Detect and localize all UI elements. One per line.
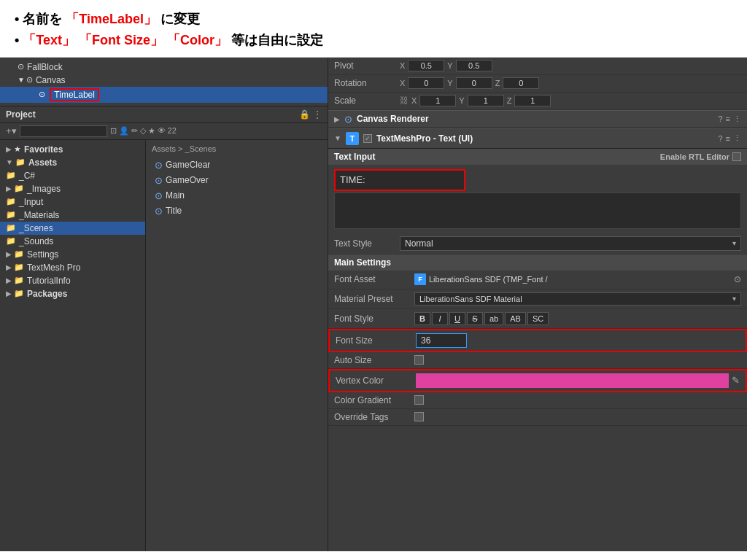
override-tags-label: Override Tags [334,412,414,422]
tmp-help-icon[interactable]: ? [718,134,722,143]
search-icon-5[interactable]: ★ [148,126,155,136]
scale-x-input[interactable] [419,95,456,106]
font-size-row: Font Size [328,329,747,352]
main-settings-label: Main Settings [334,257,391,268]
color-picker-icon[interactable]: ✎ [732,375,740,386]
canvas-settings-icon[interactable]: ≡ [726,114,730,123]
menu-icon[interactable]: ⋮ [313,109,322,120]
hierarchy-item-timelabel[interactable]: ⊙ TimeLabel [0,87,328,103]
text-style-dropdown[interactable]: Normal ▾ [400,236,741,251]
pivot-value: X Y [400,60,741,71]
text-input-area: TIME: [328,165,747,233]
left-panel: ⊙ FallBlock ▼ ⊙ Canvas ⊙ TimeLabel Proje… [0,58,328,551]
font-asset-target[interactable]: ⊙ [734,274,741,284]
fs-btn-uppercase[interactable]: AB [505,312,526,325]
tmp-arrow[interactable]: ▼ [334,134,341,142]
material-preset-dropdown[interactable]: LiberationSans SDF Material ▾ [414,292,741,306]
search-icon-4[interactable]: ◇ [140,126,146,136]
scene-item-gameover[interactable]: ⊙ GameOver [152,173,322,188]
fs-btn-underline[interactable]: U [449,312,465,325]
color-highlight: 「Color」 [167,33,228,47]
rot-z-input[interactable] [503,77,539,89]
scenes-label: _Scenes [19,223,53,233]
tree-item-assets[interactable]: ▼ 📁 Assets [0,156,145,169]
auto-size-checkbox[interactable] [414,355,424,365]
scene-item-main[interactable]: ⊙ Main [152,188,322,203]
tree-item-textmesh[interactable]: ▶ 📁 TextMesh Pro [0,261,145,274]
tmp-menu-icon[interactable]: ⋮ [733,133,741,143]
override-tags-checkbox[interactable] [414,412,424,421]
annotation-line-1: • 名前を 「TimeLabel」 に変更 [15,9,732,30]
pivot-y-input[interactable] [456,60,492,71]
scale-y-input[interactable] [468,95,504,106]
hierarchy-item-fallblock[interactable]: ⊙ FallBlock [0,61,328,74]
tree-item-tutorialinfo[interactable]: ▶ 📁 TutorialInfo [0,274,145,287]
assets-label: Assets [28,158,57,168]
scene-item-title[interactable]: ⊙ Title [152,203,322,219]
tree-item-images[interactable]: ▶ 📁 _Images [0,182,145,195]
main-settings-header: Main Settings [328,254,747,271]
canvas-menu-icon[interactable]: ⋮ [733,114,741,124]
tree-item-sounds[interactable]: 📁 _Sounds [0,235,145,248]
fs-btn-smallcaps[interactable]: SC [527,312,549,325]
text-input-section-header: Text Input Enable RTL Editor [328,149,747,165]
textmesh-label: TextMesh Pro [27,262,80,273]
rot-x-label: X [400,79,405,88]
text-input-label: Text Input [334,152,375,162]
gameclear-icon: ⊙ [155,160,163,171]
materials-label: _Materials [19,210,59,220]
rot-x-input[interactable] [408,77,444,89]
asset-tree: ▶ ★ Favorites ▼ 📁 Assets 📁 _C# ▶ [0,140,146,551]
tree-item-materials[interactable]: 📁 _Materials [0,209,145,222]
tmp-settings-icon[interactable]: ≡ [726,134,730,143]
fs-btn-lowercase[interactable]: ab [484,312,503,325]
fs-btn-bold[interactable]: B [414,312,430,325]
canvas-renderer-header[interactable]: ▶ ⊙ Canvas Renderer ? ≡ ⋮ [328,110,747,128]
pivot-x-input[interactable] [408,60,444,71]
tree-item-packages[interactable]: ▶ 📁 Packages [0,287,145,300]
favorites-arrow: ▶ [6,145,12,153]
project-content: ▶ ★ Favorites ▼ 📁 Assets 📁 _C# ▶ [0,140,328,551]
add-icon[interactable]: +▾ [6,125,17,136]
search-icon-1[interactable]: ⊡ [110,126,117,136]
tree-item-input[interactable]: 📁 _Input [0,195,145,209]
color-gradient-checkbox[interactable] [414,395,424,405]
font-size-input[interactable] [416,333,467,348]
visibility-icon[interactable]: 👁 [158,126,166,136]
tree-item-scenes[interactable]: 📁 _Scenes [0,222,145,235]
tree-item-csharp[interactable]: 📁 _C# [0,169,145,182]
tree-item-favorites[interactable]: ▶ ★ Favorites [0,143,145,156]
settings-arrow: ▶ [6,250,12,258]
settings-label: Settings [27,249,58,260]
fs-btn-strikethrough[interactable]: S [467,312,483,325]
annotation-area: • 名前を 「TimeLabel」 に変更 • 「Text」 「Font Siz… [0,0,747,57]
text-style-row: Text Style Normal ▾ [328,233,747,254]
bullet-2: • [15,33,23,47]
scene-item-gameclear[interactable]: ⊙ GameClear [152,158,322,173]
search-input[interactable] [20,125,107,137]
lock-icon[interactable]: 🔒 [299,109,310,120]
fs-btn-italic[interactable]: I [432,312,448,325]
font-asset-text: LiberationSans SDF (TMP_Font / [429,275,731,284]
auto-size-label: Auto Size [334,355,414,365]
packages-label: Packages [27,289,67,299]
tutorialinfo-label: TutorialInfo [27,276,71,286]
tree-item-settings[interactable]: ▶ 📁 Settings [0,248,145,261]
canvas-arrow: ▼ [18,76,25,84]
tmp-header[interactable]: ▼ T ✓ TextMeshPro - Text (UI) ? ≡ ⋮ [328,128,747,149]
vertex-color-row: Vertex Color ✎ [328,369,747,392]
search-icon-2[interactable]: 👤 [119,126,129,136]
tmp-checkbox[interactable]: ✓ [363,134,372,143]
hierarchy-item-canvas[interactable]: ▼ ⊙ Canvas [0,74,328,87]
scale-z-input[interactable] [514,95,551,106]
canvas-renderer-arrow[interactable]: ▶ [334,115,340,123]
rot-y-input[interactable] [456,77,492,89]
bullet-1: • 名前を [15,12,62,26]
canvas-help-icon[interactable]: ? [718,114,722,123]
vertex-color-swatch[interactable] [416,373,729,388]
search-icon-3[interactable]: ✏ [131,126,138,136]
text-input-box[interactable]: TIME: [334,169,465,191]
pivot-label: Pivot [334,61,400,71]
font-asset-icon: F [414,273,426,285]
rtl-checkbox[interactable] [732,152,741,161]
